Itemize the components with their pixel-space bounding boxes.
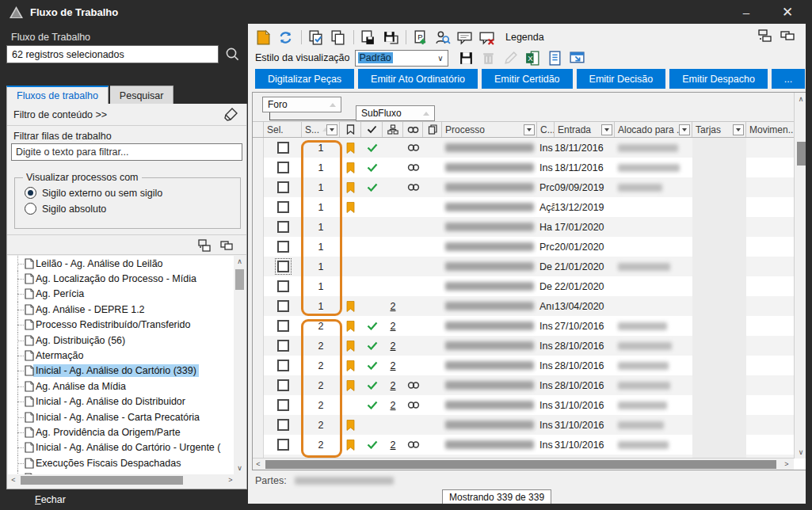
- search-icon[interactable]: [224, 46, 241, 63]
- scroll-down-icon[interactable]: ∨: [795, 448, 806, 456]
- expand-all-icon[interactable]: [197, 238, 212, 253]
- user-search-icon[interactable]: [434, 29, 451, 45]
- radio-sigilo-absoluto[interactable]: Sigilo absoluto: [25, 203, 240, 215]
- scroll-left-icon[interactable]: <: [253, 460, 264, 468]
- column-header-entrada[interactable]: Entrada: [555, 122, 615, 137]
- tab-fluxos-de-trabalho[interactable]: Fluxos de trabalho: [6, 86, 109, 105]
- action-button-1[interactable]: Emitir Ato Ordinatório: [358, 69, 478, 89]
- table-row[interactable]: 1Ha17/01/2020: [253, 217, 794, 237]
- tree-item-1[interactable]: Ag. Localização do Processo - Mídia: [8, 271, 236, 286]
- fechar-button[interactable]: Fechar: [35, 494, 66, 505]
- action-button-5[interactable]: ...: [772, 69, 805, 89]
- column-header-document[interactable]: [423, 122, 442, 137]
- row-checkbox[interactable]: [277, 399, 289, 411]
- column-header-sel[interactable]: Sel.: [264, 122, 302, 137]
- column-header-hierarchy[interactable]: [383, 122, 403, 137]
- table-row[interactable]: 22Ins27/10/2016: [253, 316, 794, 336]
- group-chip-foro[interactable]: Foro: [262, 97, 341, 112]
- tree-item-8[interactable]: Ag. Análise da Mídia: [8, 379, 236, 394]
- tree-item-12[interactable]: Inicial - Ag. Análise do Cartório - Urge…: [8, 440, 236, 455]
- scrollbar-thumb[interactable]: [235, 269, 244, 290]
- table-row[interactable]: 1Ins18/11/2016: [253, 158, 794, 177]
- tree-item-11[interactable]: Ag. Providência da Origem/Parte: [8, 424, 236, 440]
- table-row[interactable]: 12Anı13/04/2020: [253, 296, 794, 316]
- column-header-s[interactable]: S...: [302, 122, 340, 137]
- open-window-icon[interactable]: [569, 50, 585, 66]
- copy-check-icon[interactable]: [307, 29, 324, 45]
- column-header-bookmark[interactable]: [340, 122, 361, 137]
- linked-count-link[interactable]: 2: [391, 341, 396, 352]
- queue-filter-input[interactable]: [11, 143, 242, 161]
- column-header-link[interactable]: [403, 122, 423, 137]
- linked-count-link[interactable]: 2: [391, 360, 396, 371]
- table-row[interactable]: 22Ins28/10/2016: [253, 356, 794, 375]
- tab-pesquisar[interactable]: Pesquisar: [110, 86, 174, 105]
- table-row[interactable]: 22Ins28/10/2016: [253, 375, 794, 395]
- tree-item-6[interactable]: Atermação: [8, 348, 236, 363]
- scrollbar-thumb[interactable]: [797, 142, 806, 166]
- filter-icon[interactable]: [524, 124, 535, 135]
- row-checkbox[interactable]: [277, 181, 289, 193]
- action-button-0[interactable]: Digitalizar Peças: [255, 69, 354, 89]
- table-row[interactable]: 1Açã13/12/2019: [253, 197, 794, 217]
- table-row[interactable]: 1Ins18/11/2016: [253, 138, 794, 158]
- tree-item-10[interactable]: Inicial - Ag. Analise - Carta Precatória: [8, 409, 236, 424]
- row-checkbox[interactable]: [277, 379, 289, 391]
- filter-icon[interactable]: [679, 124, 690, 135]
- filter-icon[interactable]: [601, 124, 612, 135]
- scrollbar-thumb[interactable]: [265, 460, 776, 469]
- table-row[interactable]: 22Ins28/10/2016: [253, 336, 794, 356]
- workflow-search-input[interactable]: [6, 45, 219, 63]
- linked-count-link[interactable]: 2: [391, 400, 396, 411]
- legenda-link[interactable]: Legenda: [505, 32, 544, 43]
- export-excel-icon[interactable]: X: [524, 50, 541, 66]
- tree-item-5[interactable]: Ag. Distribuição (56): [8, 333, 236, 348]
- linked-count-link[interactable]: 2: [391, 380, 396, 391]
- scroll-up-icon[interactable]: ∧: [795, 95, 806, 103]
- scroll-down-icon[interactable]: ∨: [234, 462, 246, 474]
- save-style-icon[interactable]: [458, 50, 475, 66]
- filter-icon[interactable]: [326, 124, 337, 135]
- linked-count-link[interactable]: 2: [391, 301, 396, 312]
- collapse-all-icon[interactable]: [219, 238, 234, 253]
- row-checkbox[interactable]: [277, 280, 289, 292]
- close-button[interactable]: ✕: [769, 0, 806, 24]
- row-checkbox[interactable]: [277, 261, 289, 272]
- row-checkbox[interactable]: [277, 419, 289, 431]
- scroll-up-icon[interactable]: ∧: [234, 256, 246, 268]
- tree-item-4[interactable]: Processo Redistribuído/Transferido: [8, 318, 236, 333]
- row-checkbox[interactable]: [277, 360, 289, 371]
- comment-icon[interactable]: [456, 29, 473, 45]
- action-button-3[interactable]: Emitir Decisão: [577, 69, 666, 89]
- row-checkbox[interactable]: [277, 439, 289, 451]
- table-row[interactable]: 22Ins31/10/2016: [253, 395, 794, 415]
- tree-item-2[interactable]: Ag. Perícia: [8, 287, 236, 302]
- column-header-classe[interactable]: C...: [537, 122, 555, 137]
- column-header-movimentacao[interactable]: Movimen..: [746, 122, 794, 137]
- table-row[interactable]: 1De22/01/2020: [253, 276, 794, 296]
- action-button-2[interactable]: Emitir Certidão: [482, 69, 573, 89]
- column-header-check[interactable]: [361, 122, 383, 137]
- table-row[interactable]: 22Ins31/10/2016: [253, 435, 794, 455]
- row-checkbox[interactable]: [277, 320, 289, 332]
- report-icon[interactable]: [547, 50, 563, 66]
- tree-item-3[interactable]: Ag. Análise - DEPRE 1.2: [8, 302, 236, 317]
- tree-item-13[interactable]: Execuções Fiscais Despachadas: [8, 455, 236, 470]
- comment-delete-icon[interactable]: [478, 29, 495, 45]
- new-note-icon[interactable]: [255, 29, 272, 45]
- export-document-icon[interactable]: P: [412, 29, 429, 45]
- group-chip-subfluxo[interactable]: SubFluxo: [356, 105, 435, 121]
- linked-count-link[interactable]: 2: [391, 321, 396, 332]
- column-header-tarjas[interactable]: Tarjas: [692, 122, 746, 137]
- expand-rows-icon[interactable]: [758, 29, 772, 42]
- linked-count-link[interactable]: 2: [391, 440, 396, 451]
- tree-horizontal-scrollbar[interactable]: < >: [8, 474, 236, 486]
- row-checkbox[interactable]: [277, 162, 289, 173]
- tree-item-0[interactable]: Leilão - Ag. Análise do Leilão: [8, 256, 236, 271]
- column-header-processo[interactable]: Processo: [442, 122, 537, 137]
- grid-horizontal-scrollbar[interactable]: < >: [253, 458, 794, 470]
- column-header-alocado[interactable]: Alocado para ...: [615, 122, 692, 137]
- scroll-right-icon[interactable]: >: [781, 460, 792, 468]
- scrollbar-thumb[interactable]: [21, 476, 183, 485]
- row-checkbox[interactable]: [277, 300, 289, 312]
